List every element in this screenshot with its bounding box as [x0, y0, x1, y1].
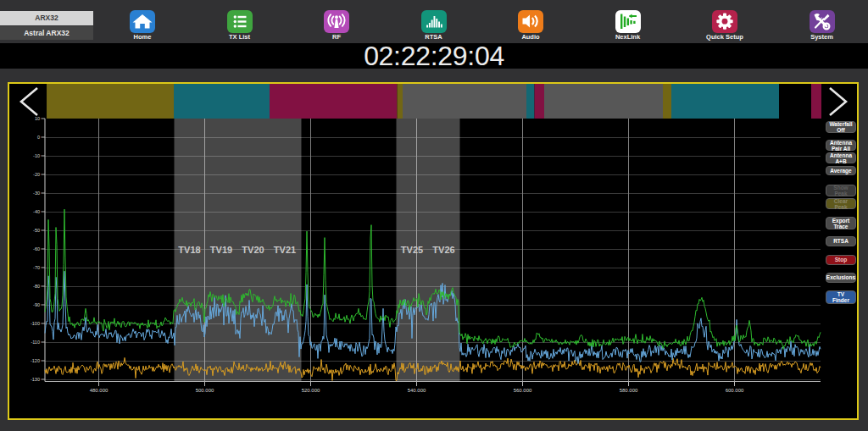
svg-text:TV20: TV20 — [242, 245, 264, 255]
svg-text:520.000: 520.000 — [302, 388, 320, 393]
svg-text:-80: -80 — [33, 284, 40, 289]
svg-text:-110: -110 — [31, 340, 40, 345]
svg-text:-90: -90 — [33, 302, 40, 307]
svg-text:TV21: TV21 — [274, 245, 296, 255]
svg-text:TV18: TV18 — [178, 245, 200, 255]
svg-text:580.000: 580.000 — [620, 388, 638, 393]
svg-text:-60: -60 — [33, 246, 40, 251]
svg-text:TV26: TV26 — [432, 245, 454, 255]
svg-text:-120: -120 — [31, 358, 40, 363]
svg-text:-130: -130 — [31, 377, 40, 382]
svg-text:10: 10 — [35, 116, 40, 121]
svg-text:600.000: 600.000 — [726, 388, 744, 393]
svg-text:-100: -100 — [31, 321, 40, 326]
svg-text:TV25: TV25 — [401, 245, 423, 255]
svg-text:0: 0 — [37, 135, 40, 140]
svg-text:-20: -20 — [33, 172, 40, 177]
svg-text:-30: -30 — [33, 191, 40, 196]
svg-text:560.000: 560.000 — [514, 388, 532, 393]
svg-text:TV19: TV19 — [210, 245, 232, 255]
svg-text:540.000: 540.000 — [408, 388, 426, 393]
svg-text:-70: -70 — [33, 265, 40, 270]
svg-text:-40: -40 — [33, 209, 40, 214]
svg-text:480.000: 480.000 — [90, 388, 108, 393]
svg-text:500.000: 500.000 — [196, 388, 214, 393]
svg-text:-50: -50 — [33, 228, 40, 233]
svg-text:-10: -10 — [33, 153, 40, 158]
